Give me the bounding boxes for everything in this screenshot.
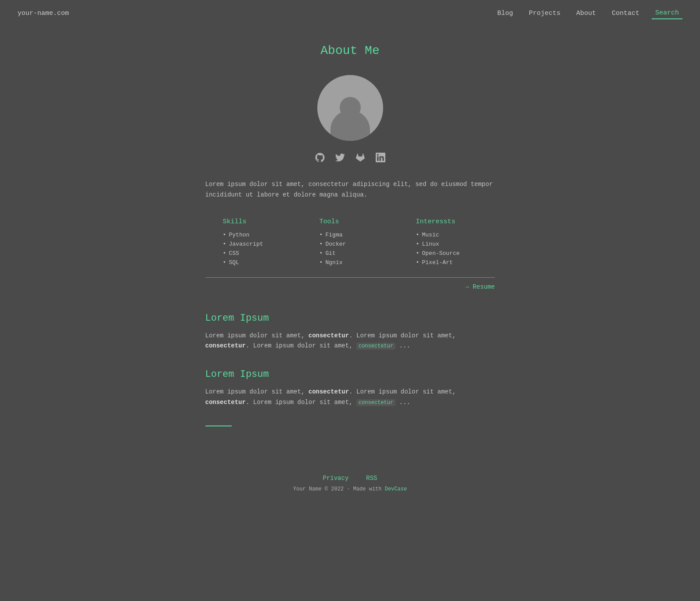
footer-links: Privacy RSS [9, 475, 691, 482]
tool-item: Ngnix [319, 259, 381, 266]
gitlab-icon[interactable] [354, 151, 366, 164]
main-content: About Me [197, 26, 504, 466]
interests-list: Music Linux Open-Source Pixel-Art [416, 232, 477, 266]
tool-item: Git [319, 250, 381, 257]
skills-list: Python Javascript CSS SQL [223, 232, 284, 266]
footer-privacy-link[interactable]: Privacy [323, 475, 348, 482]
skill-item: SQL [223, 259, 284, 266]
site-logo[interactable]: your-name.com [18, 10, 69, 17]
skills-col: Skills Python Javascript CSS SQL [223, 218, 284, 268]
post-1-body: Lorem ipsum dolor sit amet, consectetur.… [205, 331, 495, 352]
footer-rule [205, 426, 232, 426]
social-icons [205, 151, 495, 164]
resume-link[interactable]: Resume [465, 283, 495, 290]
bio-text: Lorem ipsum dolor sit amet, consectetur … [205, 179, 495, 200]
post-2-code: consectetur [356, 399, 395, 406]
nav-link-contact[interactable]: Contact [608, 8, 643, 19]
tools-list: Figma Docker Git Ngnix [319, 232, 381, 266]
interests-col: Interessts Music Linux Open-Source Pixel… [416, 218, 477, 268]
avatar-silhouette [330, 93, 370, 141]
footer: Privacy RSS Your Name © 2022 · Made with… [0, 466, 700, 501]
post-2-bold-1: consectetur [309, 388, 349, 395]
post-2: Lorem Ipsum Lorem ipsum dolor sit amet, … [205, 369, 495, 408]
avatar-wrap [205, 75, 495, 141]
post-1-code: consectetur [356, 343, 395, 350]
tools-title: Tools [319, 218, 381, 225]
interest-item: Pixel-Art [416, 259, 477, 266]
page-title: About Me [205, 44, 495, 57]
avatar [317, 75, 383, 141]
interest-item: Music [416, 232, 477, 238]
tools-col: Tools Figma Docker Git Ngnix [319, 218, 381, 268]
footer-devcase-link[interactable]: DevCase [385, 486, 407, 492]
resume-link-wrap: Resume [205, 283, 495, 291]
tool-item: Docker [319, 241, 381, 247]
post-1-bold-2: consectetur [205, 342, 246, 349]
twitter-icon[interactable] [334, 151, 346, 164]
footer-copy-text: Your Name © 2022 · Made with [293, 486, 382, 492]
attributes-row: Skills Python Javascript CSS SQL Tools F… [205, 218, 495, 268]
nav-link-blog[interactable]: Blog [494, 8, 517, 19]
post-1: Lorem Ipsum Lorem ipsum dolor sit amet, … [205, 313, 495, 352]
nav-link-projects[interactable]: Projects [525, 8, 564, 19]
tool-item: Figma [319, 232, 381, 238]
github-icon[interactable] [314, 151, 326, 164]
nav-link-search[interactable]: Search [652, 7, 682, 19]
interest-item: Linux [416, 241, 477, 247]
skill-item: Javascript [223, 241, 284, 247]
skills-title: Skills [223, 218, 284, 225]
footer-rss-link[interactable]: RSS [366, 475, 377, 482]
navbar: your-name.com Blog Projects About Contac… [0, 0, 700, 26]
post-2-bold-2: consectetur [205, 399, 246, 406]
skills-divider [205, 277, 495, 278]
interests-title: Interessts [416, 218, 477, 225]
post-1-title: Lorem Ipsum [205, 313, 495, 324]
skill-item: CSS [223, 250, 284, 257]
interest-item: Open-Source [416, 250, 477, 257]
post-2-body: Lorem ipsum dolor sit amet, consectetur.… [205, 387, 495, 408]
nav-links: Blog Projects About Contact Search [494, 7, 682, 19]
footer-copyright: Your Name © 2022 · Made with DevCase [9, 486, 691, 492]
post-2-title: Lorem Ipsum [205, 369, 495, 380]
skill-item: Python [223, 232, 284, 238]
linkedin-icon[interactable] [374, 151, 387, 164]
nav-link-about[interactable]: About [573, 8, 599, 19]
avatar-body [330, 110, 370, 141]
post-1-bold-1: consectetur [309, 332, 349, 339]
